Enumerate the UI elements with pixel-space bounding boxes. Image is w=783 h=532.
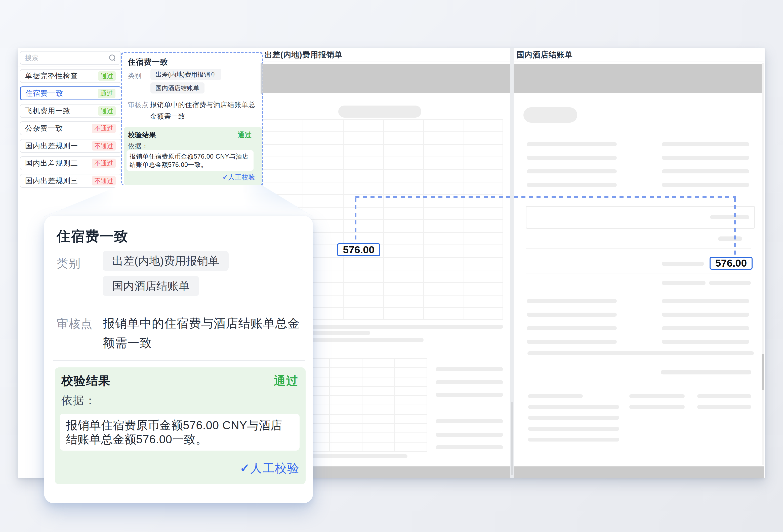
category-tag: 国内酒店结账单 bbox=[103, 276, 199, 296]
skeleton-line bbox=[662, 156, 749, 160]
skeleton-line bbox=[710, 215, 749, 219]
review-point-label: 审核点 bbox=[128, 101, 148, 109]
sidebar-item-document-completeness[interactable]: 单据完整性检查 通过 bbox=[20, 69, 122, 83]
sidebar-item-label: 国内出差规则三 bbox=[25, 176, 92, 186]
connector-dashed-line bbox=[355, 196, 736, 198]
category-tag: 国内酒店结账单 bbox=[150, 82, 205, 94]
skeleton-line bbox=[527, 183, 617, 187]
skeleton-line bbox=[527, 156, 617, 160]
sidebar-item-label: 单据完整性检查 bbox=[25, 71, 98, 81]
result-label: 校验结果 bbox=[128, 130, 156, 139]
skeleton-line bbox=[436, 380, 503, 384]
evidence-text: 报销单住宿费原币金额576.00 CNY与酒店结账单总金额576.00一致。 bbox=[127, 150, 254, 171]
document-banner-placeholder bbox=[261, 64, 510, 93]
manual-check-link[interactable]: ✓人工校验 bbox=[240, 460, 300, 476]
skeleton-pill bbox=[661, 370, 751, 374]
sidebar-item-flight-fee-match[interactable]: 飞机费用一致 通过 bbox=[20, 104, 122, 118]
skeleton-line bbox=[629, 405, 685, 409]
search-icon bbox=[109, 55, 116, 61]
search-input[interactable]: 搜索 bbox=[20, 51, 121, 65]
result-status: 通过 bbox=[238, 130, 252, 139]
skeleton-line bbox=[436, 367, 503, 371]
validation-result-section: 校验结果 通过 依据： 报销单住宿费原币金额576.00 CNY与酒店结账单总金… bbox=[124, 127, 262, 185]
sidebar-item-label: 国内出差规则一 bbox=[25, 141, 92, 151]
review-point-text: 报销单中的住宿费与酒店结账单总金额需一致 bbox=[103, 313, 301, 353]
skeleton-line bbox=[662, 262, 704, 266]
status-badge: 通过 bbox=[98, 71, 116, 81]
status-badge: 不通过 bbox=[92, 124, 116, 133]
divider bbox=[53, 360, 305, 361]
status-badge: 通过 bbox=[98, 89, 116, 98]
skeleton-pill bbox=[524, 107, 577, 123]
skeleton-line bbox=[528, 438, 619, 441]
skeleton-pill bbox=[338, 105, 421, 118]
skeleton-line bbox=[528, 405, 619, 409]
sidebar-item-travel-rule-1[interactable]: 国内出差规则一 不通过 bbox=[20, 139, 122, 153]
document-scrollbar-thumb[interactable] bbox=[762, 354, 764, 390]
result-status: 通过 bbox=[274, 373, 299, 389]
status-badge: 通过 bbox=[98, 106, 116, 115]
skeleton-line bbox=[528, 394, 583, 398]
document-header: 国内酒店结账单 bbox=[513, 48, 764, 62]
skeleton-line bbox=[528, 351, 754, 355]
manual-check-link[interactable]: ✓人工校验 bbox=[222, 173, 255, 182]
category-label: 类别 bbox=[128, 71, 142, 80]
skeleton-line bbox=[662, 340, 749, 344]
expense-amount-highlight: 576.00 bbox=[337, 243, 380, 256]
connector-dashed-line bbox=[355, 198, 356, 241]
skeleton-line bbox=[697, 394, 751, 398]
skeleton-line bbox=[662, 142, 749, 146]
skeleton-line bbox=[662, 299, 749, 303]
amount-value: 576.00 bbox=[715, 257, 747, 269]
skeleton-line bbox=[629, 394, 685, 398]
review-point-label: 审核点 bbox=[57, 316, 93, 332]
skeleton-line bbox=[527, 142, 617, 146]
skeleton-line bbox=[527, 312, 617, 317]
divider bbox=[526, 273, 751, 273]
statement-amount-highlight: 576.00 bbox=[710, 257, 753, 270]
skeleton-line bbox=[662, 312, 749, 317]
document-header: 出差(内地)费用报销单 bbox=[261, 48, 510, 62]
skeleton-line bbox=[436, 393, 503, 397]
skeleton-line bbox=[436, 445, 503, 449]
skeleton-line bbox=[709, 281, 751, 285]
document-banner-placeholder bbox=[513, 64, 764, 93]
skeleton-line bbox=[436, 433, 503, 437]
status-badge: 不通过 bbox=[92, 176, 116, 186]
skeleton-line bbox=[436, 419, 503, 423]
skeleton-line bbox=[527, 299, 617, 303]
amount-value: 576.00 bbox=[343, 244, 374, 256]
status-badge: 不通过 bbox=[92, 141, 116, 151]
skeleton-line bbox=[662, 281, 706, 285]
popup-title: 住宿费一致 bbox=[57, 227, 128, 246]
manual-check-label: 人工校验 bbox=[250, 461, 300, 475]
divider-scroll-thumb[interactable] bbox=[511, 402, 513, 475]
detail-scrollbar[interactable] bbox=[260, 63, 262, 94]
skeleton-line bbox=[697, 405, 751, 409]
sidebar-item-label: 飞机费用一致 bbox=[25, 106, 98, 116]
review-point-text: 报销单中的住宿费与酒店结账单总金额需一致 bbox=[150, 99, 261, 122]
sidebar-item-misc-fee-match[interactable]: 公杂费一致 不通过 bbox=[20, 121, 122, 135]
result-label: 校验结果 bbox=[61, 373, 111, 389]
evidence-text: 报销单住宿费原币金额576.00 CNY与酒店结账单总金额576.00一致。 bbox=[60, 413, 300, 451]
search-placeholder: 搜索 bbox=[25, 53, 109, 62]
document-title: 出差(内地)费用报销单 bbox=[264, 49, 343, 60]
check-icon: ✓ bbox=[222, 173, 228, 181]
document-footer-placeholder bbox=[513, 466, 764, 478]
category-tag: 出差(内地)费用报销单 bbox=[150, 69, 221, 80]
rule-detail-panel: 住宿费一致 类别 出差(内地)费用报销单 国内酒店结账单 审核点 报销单中的住宿… bbox=[121, 52, 263, 186]
sidebar-item-travel-rule-2[interactable]: 国内出差规则二 不通过 bbox=[20, 156, 122, 170]
skeleton-line bbox=[662, 326, 749, 330]
sidebar-item-hotel-fee-match[interactable]: 住宿费一致 通过 bbox=[20, 87, 122, 100]
skeleton-line bbox=[662, 183, 749, 187]
document-title: 国内酒店结账单 bbox=[516, 49, 573, 60]
evidence-label: 依据： bbox=[128, 142, 148, 151]
check-icon: ✓ bbox=[240, 461, 250, 475]
divider bbox=[526, 248, 751, 248]
evidence-label: 依据： bbox=[61, 393, 96, 408]
sidebar-item-travel-rule-3[interactable]: 国内出差规则三 不通过 bbox=[20, 174, 122, 188]
document-scrollbar-track[interactable] bbox=[762, 63, 764, 465]
sidebar-item-label: 国内出差规则二 bbox=[25, 158, 92, 168]
skeleton-pill bbox=[718, 236, 742, 241]
skeleton-line bbox=[527, 169, 617, 173]
